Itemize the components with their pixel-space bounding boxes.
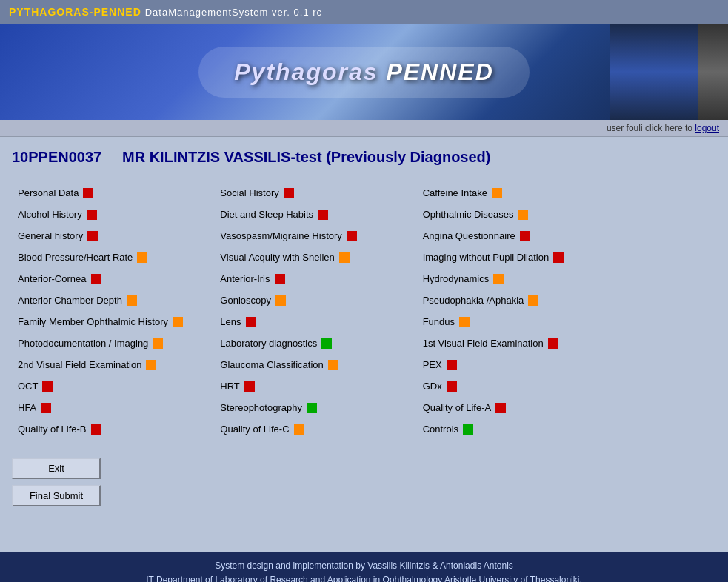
menu-item-label: 2nd Visual Field Examination xyxy=(18,359,141,370)
status-dot xyxy=(153,338,163,349)
menu-item[interactable]: Quality of Life-B xyxy=(12,418,214,440)
menu-item-label: Gonioscopy xyxy=(220,295,271,306)
menu-item[interactable]: Glaucoma Classification xyxy=(214,354,416,375)
final-submit-button[interactable]: Final Submit xyxy=(12,485,101,506)
menu-item-label: HFA xyxy=(18,402,36,413)
menu-item-label: Ophthalmic Diseases xyxy=(423,209,514,220)
banner-right-decoration xyxy=(610,24,728,120)
menu-item[interactable]: Anterior-Cornea xyxy=(12,268,214,290)
subtitle: DataManagementSystem ver. 0.1 rc xyxy=(145,7,322,18)
status-dot xyxy=(275,274,285,284)
menu-grid: Personal DataSocial HistoryCaffeine Inta… xyxy=(12,182,619,440)
menu-item[interactable]: 2nd Visual Field Examination xyxy=(12,354,214,375)
top-bar: PYTHAGORAS-PENNED DataManagementSystem v… xyxy=(0,0,728,24)
menu-item[interactable]: Diet and Sleep Habits xyxy=(214,204,416,225)
menu-item[interactable]: HRT xyxy=(214,375,416,397)
menu-item[interactable]: Anterior Chamber Depth xyxy=(12,290,214,311)
menu-item[interactable]: Lens xyxy=(214,311,416,332)
menu-item-label: Diet and Sleep Habits xyxy=(220,209,313,220)
menu-item[interactable]: Angina Questionnaire xyxy=(417,225,619,247)
menu-item[interactable]: GDx xyxy=(417,375,619,397)
menu-item[interactable]: Hydrodynamics xyxy=(417,268,619,290)
status-dot xyxy=(459,317,470,327)
menu-item[interactable]: 1st Visual Field Examination xyxy=(417,332,619,354)
banner: Pythagoras PENNED xyxy=(0,24,728,120)
status-dot xyxy=(339,252,350,263)
menu-item[interactable]: Family Member Ophthalmic History xyxy=(12,311,214,332)
status-dot xyxy=(275,295,286,306)
status-dot xyxy=(137,252,147,263)
logout-link[interactable]: logout xyxy=(695,123,719,133)
status-dot xyxy=(518,210,528,220)
menu-item-label: Quality of Life-A xyxy=(423,402,492,413)
menu-item[interactable]: Stereophotography xyxy=(214,397,416,418)
patient-id: 10PPEN0037 xyxy=(12,149,101,165)
menu-item-label: OCT xyxy=(18,381,38,392)
menu-item-label: Fundus xyxy=(423,316,455,327)
menu-item[interactable]: Caffeine Intake xyxy=(417,182,619,204)
menu-item-label: Pseudophakia /Aphakia xyxy=(423,295,524,306)
status-dot xyxy=(91,424,101,435)
menu-item[interactable]: Controls xyxy=(417,418,619,440)
status-dot xyxy=(548,338,558,349)
status-dot xyxy=(495,403,506,413)
status-dot xyxy=(91,274,101,284)
banner-text-penned: PENNED xyxy=(386,58,493,85)
exit-button[interactable]: Exit xyxy=(12,458,101,479)
menu-item-label: Family Member Ophthalmic History xyxy=(18,316,168,327)
status-dot xyxy=(87,231,98,241)
menu-item-label: Vasospasm/Migraine History xyxy=(220,230,341,241)
status-dot xyxy=(42,381,53,392)
status-dot xyxy=(307,403,317,413)
status-dot xyxy=(244,381,255,392)
banner-right-inner xyxy=(698,24,728,120)
menu-item[interactable]: Ophthalmic Diseases xyxy=(417,204,619,225)
menu-item[interactable]: General history xyxy=(12,225,214,247)
menu-item-label: Imaging without Pupil Dilation xyxy=(423,252,550,263)
status-dot xyxy=(447,381,457,392)
menu-item[interactable]: Imaging without Pupil Dilation xyxy=(417,247,619,268)
status-dot xyxy=(146,360,156,370)
menu-item[interactable]: Vasospasm/Migraine History xyxy=(214,225,416,247)
status-dot xyxy=(321,338,332,349)
patient-name: MR KILINTZIS VASSILIS-test (Previously D… xyxy=(122,149,490,165)
menu-item[interactable]: Personal Data xyxy=(12,182,214,204)
menu-item-label: Glaucoma Classification xyxy=(220,359,323,370)
menu-item-label: Quality of Life-B xyxy=(18,424,87,435)
menu-item-label: Blood Pressure/Heart Rate xyxy=(18,252,133,263)
menu-item[interactable]: Anterior-Iris xyxy=(214,268,416,290)
user-bar-text: user fouli click here to xyxy=(607,123,695,133)
banner-logo: Pythagoras PENNED xyxy=(198,47,530,98)
status-dot xyxy=(83,188,93,198)
menu-item-label: GDx xyxy=(423,381,442,392)
status-dot xyxy=(41,403,51,413)
footer-line2: IT Department of Laboratory of Research … xyxy=(6,573,722,582)
menu-item[interactable]: HFA xyxy=(12,397,214,418)
footer-line1: System design and implementation by Vass… xyxy=(6,559,722,573)
status-dot xyxy=(87,210,97,220)
menu-item[interactable]: Quality of Life-C xyxy=(214,418,416,440)
menu-item[interactable]: OCT xyxy=(12,375,214,397)
menu-item[interactable]: Gonioscopy xyxy=(214,290,416,311)
menu-item[interactable]: Social History xyxy=(214,182,416,204)
menu-item-label: Lens xyxy=(220,316,241,327)
menu-item[interactable]: Blood Pressure/Heart Rate xyxy=(12,247,214,268)
menu-item[interactable]: Fundus xyxy=(417,311,619,332)
status-dot xyxy=(173,317,183,327)
status-dot xyxy=(284,188,294,198)
banner-text-pythagoras: Pythagoras xyxy=(234,58,386,85)
menu-item-label: Anterior Chamber Depth xyxy=(18,295,122,306)
menu-item-label: Caffeine Intake xyxy=(423,187,487,198)
menu-item-label: Photodocumentation / Imaging xyxy=(18,338,148,349)
menu-item-label: HRT xyxy=(220,381,239,392)
menu-item[interactable]: Pseudophakia /Aphakia xyxy=(417,290,619,311)
menu-item[interactable]: Quality of Life-A xyxy=(417,397,619,418)
menu-item[interactable]: PEX xyxy=(417,354,619,375)
menu-item[interactable]: Laboratory diagnostics xyxy=(214,332,416,354)
menu-item[interactable]: Visual Acquity with Snellen xyxy=(214,247,416,268)
menu-item[interactable]: Photodocumentation / Imaging xyxy=(12,332,214,354)
menu-item[interactable]: Alcohol History xyxy=(12,204,214,225)
menu-item-label: Personal Data xyxy=(18,187,79,198)
status-dot xyxy=(528,295,538,306)
footer: System design and implementation by Vass… xyxy=(0,552,728,582)
